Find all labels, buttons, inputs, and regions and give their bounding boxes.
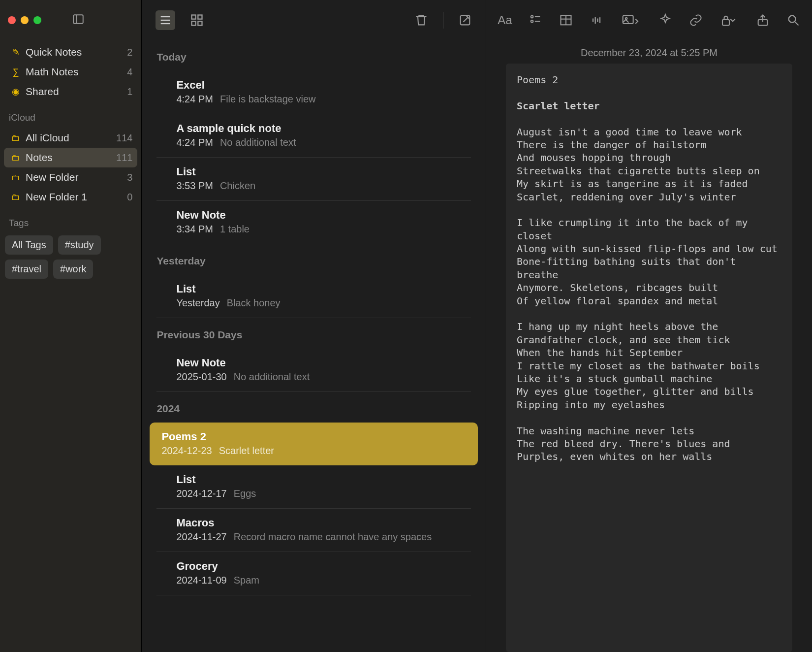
- sidebar-item-label: Shared: [26, 86, 127, 98]
- note-title: A sample quick note: [176, 122, 451, 135]
- note-meta: 2025-01-30: [176, 371, 226, 383]
- search-button[interactable]: [786, 13, 800, 27]
- gallery-view-button[interactable]: [190, 13, 204, 27]
- note-title: New Note: [176, 357, 451, 369]
- smart-folders: ✎ Quick Notes 2 ∑ Math Notes 4 ◉ Shared …: [0, 40, 141, 103]
- notes-scroll[interactable]: TodayExcel4:24 PMFile is backstage viewA…: [142, 40, 486, 652]
- ai-button[interactable]: [658, 13, 672, 27]
- note-meta-row: 2024-11-09Spam: [176, 575, 451, 586]
- svg-line-26: [795, 22, 799, 26]
- sidebar-item-label: New Folder: [26, 171, 127, 183]
- close-window-button[interactable]: [8, 16, 16, 24]
- date-section-header: 2024: [142, 392, 486, 423]
- note-meta: 2024-11-09: [176, 575, 226, 586]
- note-preview: No additional text: [234, 371, 310, 383]
- lock-button[interactable]: [719, 13, 739, 27]
- note-meta-row: 2024-12-17Eggs: [176, 488, 451, 499]
- note-preview: Chicken: [220, 180, 255, 192]
- note-item[interactable]: New Note2025-01-30No additional text: [156, 349, 471, 392]
- table-button[interactable]: [559, 13, 573, 27]
- tag-travel[interactable]: #travel: [5, 260, 48, 279]
- traffic-lights: [8, 16, 41, 24]
- note-item[interactable]: A sample quick note4:24 PMNo additional …: [156, 114, 471, 158]
- sidebar-item-notes[interactable]: 🗀 Notes 111: [4, 148, 137, 167]
- sidebar-item-shared[interactable]: ◉ Shared 1: [4, 82, 137, 101]
- editor-note-title: Poems 2: [517, 73, 781, 86]
- sidebar: ✎ Quick Notes 2 ∑ Math Notes 4 ◉ Shared …: [0, 0, 142, 652]
- note-meta-row: 3:34 PM1 table: [176, 224, 451, 235]
- editor-date: December 23, 2024 at 5:25 PM: [486, 40, 812, 64]
- note-meta: 3:34 PM: [176, 224, 213, 235]
- quick-notes-icon: ✎: [9, 47, 23, 58]
- note-item[interactable]: List3:53 PMChicken: [156, 158, 471, 201]
- toolbar-divider: [443, 12, 443, 29]
- sidebar-item-count: 0: [127, 192, 132, 203]
- tag-work[interactable]: #work: [53, 260, 93, 279]
- svg-point-12: [531, 20, 533, 23]
- sidebar-item-label: Notes: [26, 152, 116, 163]
- notes-list-column: TodayExcel4:24 PMFile is backstage viewA…: [142, 0, 486, 652]
- note-item[interactable]: New Note3:34 PM1 table: [156, 201, 471, 244]
- note-item[interactable]: Excel4:24 PMFile is backstage view: [156, 71, 471, 114]
- toggle-sidebar-button[interactable]: [72, 13, 85, 28]
- sidebar-item-label: New Folder 1: [26, 191, 127, 203]
- note-meta: 4:24 PM: [176, 94, 213, 105]
- sidebar-item-math-notes[interactable]: ∑ Math Notes 4: [4, 62, 137, 82]
- media-button[interactable]: [620, 13, 642, 27]
- sidebar-item-label: All iCloud: [26, 132, 116, 144]
- svg-rect-0: [73, 15, 83, 23]
- format-text-button[interactable]: Aa: [498, 13, 512, 27]
- sidebar-item-label: Math Notes: [26, 66, 127, 78]
- svg-point-25: [789, 16, 796, 23]
- note-preview: 1 table: [220, 224, 250, 235]
- note-item[interactable]: List2024-12-17Eggs: [156, 465, 471, 509]
- note-item[interactable]: ListYesterdayBlack honey: [156, 275, 471, 318]
- sidebar-item-new-folder[interactable]: 🗀 New Folder 3: [4, 167, 137, 187]
- icloud-header: iCloud: [0, 103, 141, 126]
- note-preview: Scarlet letter: [219, 445, 274, 456]
- tags-area: All Tags #study #travel #work: [0, 231, 141, 283]
- list-view-button[interactable]: [156, 10, 175, 30]
- note-title: List: [176, 283, 451, 295]
- editor-note-content: August isn't a good time to leave work T…: [517, 126, 781, 463]
- note-title: List: [176, 473, 451, 486]
- note-meta-row: 4:24 PMFile is backstage view: [176, 94, 451, 105]
- link-button[interactable]: [689, 13, 703, 27]
- note-preview: No additional text: [220, 137, 296, 148]
- tag-all[interactable]: All Tags: [5, 235, 53, 255]
- note-item[interactable]: Poems 22024-12-23Scarlet letter: [150, 423, 478, 465]
- share-button[interactable]: [756, 13, 770, 27]
- note-preview: Black honey: [227, 297, 281, 309]
- delete-button[interactable]: [414, 13, 428, 27]
- checklist-button[interactable]: [529, 13, 542, 27]
- note-meta-row: 3:53 PMChicken: [176, 180, 451, 192]
- tag-study[interactable]: #study: [58, 235, 101, 255]
- note-meta: 2024-12-23: [161, 445, 212, 456]
- audio-button[interactable]: [590, 13, 603, 27]
- folder-icon: 🗀: [9, 172, 23, 183]
- svg-rect-23: [722, 20, 729, 26]
- sidebar-item-count: 4: [127, 66, 132, 78]
- note-title: Macros: [176, 517, 451, 529]
- editor-column: Aa December 23, 2024 at 5:25 PM Poems 2: [486, 0, 812, 652]
- sidebar-item-quick-notes[interactable]: ✎ Quick Notes 2: [4, 42, 137, 62]
- folder-icon: 🗀: [9, 153, 23, 163]
- minimize-window-button[interactable]: [21, 16, 29, 24]
- list-toolbar: [142, 0, 486, 40]
- maximize-window-button[interactable]: [33, 16, 41, 24]
- note-title: List: [176, 165, 451, 178]
- svg-rect-7: [192, 21, 196, 25]
- sidebar-item-count: 2: [127, 47, 132, 58]
- editor-note-subtitle: Scarlet letter: [517, 99, 781, 112]
- svg-rect-8: [198, 21, 202, 25]
- note-item[interactable]: Macros2024-11-27Record macro name cannot…: [156, 509, 471, 552]
- note-meta-row: 2025-01-30No additional text: [176, 371, 451, 383]
- sidebar-item-new-folder-1[interactable]: 🗀 New Folder 1 0: [4, 187, 137, 207]
- editor-body[interactable]: Poems 2Scarlet letterAugust isn't a good…: [506, 64, 792, 652]
- new-note-button[interactable]: [458, 13, 472, 27]
- note-item[interactable]: Grocery2024-11-09Spam: [156, 552, 471, 595]
- sidebar-item-count: 3: [127, 172, 132, 183]
- sidebar-item-all-icloud[interactable]: 🗀 All iCloud 114: [4, 128, 137, 148]
- sidebar-item-label: Quick Notes: [26, 46, 127, 58]
- folder-icon: 🗀: [9, 133, 23, 143]
